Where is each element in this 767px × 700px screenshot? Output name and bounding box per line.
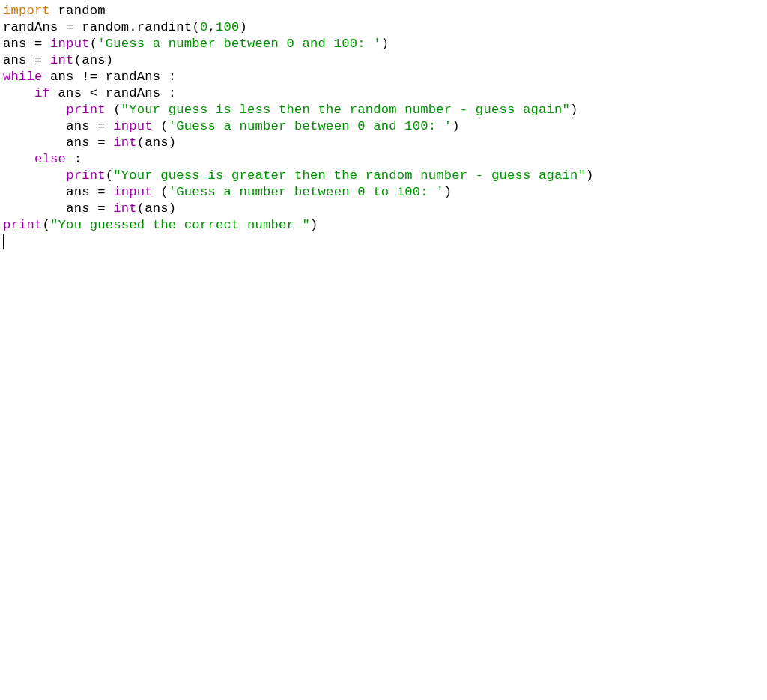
token-identifier: ans <box>82 53 106 67</box>
code-line: randAns = random.randint(0,100) <box>3 20 247 34</box>
token-punct: ( <box>153 185 169 199</box>
token-identifier: ans <box>3 53 34 67</box>
token-builtin: int <box>113 201 137 216</box>
token-string: "Your guess is less then the random numb… <box>121 103 570 117</box>
code-line: else : <box>3 152 82 166</box>
token-punct <box>3 168 66 183</box>
code-line: print ("Your guess is less then the rand… <box>3 103 578 117</box>
code-line: ans = int(ans) <box>3 201 176 216</box>
token-builtin: int <box>50 53 74 67</box>
token-punct <box>3 201 66 216</box>
code-line: print("You guessed the correct number ") <box>3 218 318 232</box>
token-punct: = <box>66 20 82 34</box>
code-line: ans = input ('Guess a number between 0 t… <box>3 185 452 199</box>
token-punct: ) <box>239 20 247 34</box>
cursor <box>3 234 4 249</box>
token-punct: . <box>129 20 137 34</box>
token-identifier: ans <box>66 136 97 150</box>
token-builtin: print <box>66 103 106 117</box>
token-punct: : <box>169 86 177 100</box>
token-punct: ( <box>137 201 145 216</box>
token-builtin: print <box>66 168 106 183</box>
token-identifier: ans <box>50 86 90 100</box>
code-line: while ans != randAns : <box>3 70 176 84</box>
token-string: 'Guess a number between 0 and 100: ' <box>169 119 452 133</box>
token-builtin: print <box>3 218 43 232</box>
token-punct: ) <box>452 119 460 133</box>
token-punct <box>3 86 34 100</box>
token-punct <box>3 119 66 133</box>
token-identifier: randAns <box>3 20 66 34</box>
code-line: ans = input('Guess a number between 0 an… <box>3 37 389 51</box>
token-string: "Your guess is greater then the random n… <box>113 168 586 183</box>
token-identifier: randint <box>137 20 192 34</box>
token-identifier: ans <box>66 185 97 199</box>
token-punct: : <box>66 152 82 166</box>
token-punct: ) <box>381 37 389 51</box>
token-punct <box>3 185 66 199</box>
token-punct: = <box>97 136 113 150</box>
token-identifier: ans <box>145 201 169 216</box>
token-string: 'Guess a number between 0 to 100: ' <box>169 185 444 199</box>
token-identifier: randAns <box>106 70 169 84</box>
code-line: print("Your guess is greater then the ra… <box>3 168 594 183</box>
token-punct: ) <box>570 103 578 117</box>
code-line: import random <box>3 4 106 18</box>
token-builtin: input <box>113 185 153 199</box>
token-number: 100 <box>216 20 240 34</box>
token-keyword_flow: if <box>34 86 50 100</box>
token-identifier: ans <box>145 136 169 150</box>
token-punct: ( <box>74 53 82 67</box>
token-string: 'Guess a number between 0 and 100: ' <box>97 37 381 51</box>
token-punct: : <box>169 70 177 84</box>
code-line: ans = int(ans) <box>3 136 176 150</box>
code-editor[interactable]: import random randAns = random.randint(0… <box>0 0 767 250</box>
token-keyword_flow: while <box>3 70 43 84</box>
token-number: 0 <box>200 20 208 34</box>
token-punct: = <box>97 119 113 133</box>
token-punct: ) <box>310 218 318 232</box>
token-punct: , <box>207 20 216 34</box>
token-keyword_import: import <box>3 4 50 18</box>
token-punct: < <box>90 86 106 100</box>
code-line: if ans < randAns : <box>3 86 176 100</box>
token-identifier: random <box>82 20 129 34</box>
token-builtin: input <box>50 37 90 51</box>
token-punct: ( <box>137 136 145 150</box>
token-punct: != <box>82 70 106 84</box>
code-line: ans = input ('Guess a number between 0 a… <box>3 119 460 133</box>
token-punct: ) <box>169 201 177 216</box>
token-identifier: ans <box>66 201 97 216</box>
token-identifier: ans <box>3 37 34 51</box>
token-keyword_flow: else <box>34 152 66 166</box>
token-punct: = <box>34 53 50 67</box>
token-punct: ( <box>43 218 51 232</box>
token-identifier: random <box>50 4 106 18</box>
token-string: "You guessed the correct number " <box>50 218 310 232</box>
token-builtin: input <box>113 119 153 133</box>
token-punct: ( <box>192 20 200 34</box>
code-line: ans = int(ans) <box>3 53 113 67</box>
token-punct: ) <box>586 168 594 183</box>
token-punct <box>3 152 34 166</box>
token-punct: = <box>34 37 50 51</box>
token-identifier: ans <box>66 119 97 133</box>
token-identifier: randAns <box>106 86 169 100</box>
token-punct: ( <box>106 168 114 183</box>
token-builtin: int <box>113 136 137 150</box>
token-identifier: ans <box>43 70 82 84</box>
token-punct <box>3 103 66 117</box>
token-punct: ) <box>444 185 452 199</box>
token-punct: ( <box>106 103 121 117</box>
token-punct: ( <box>153 119 169 133</box>
token-punct: ( <box>90 37 98 51</box>
token-punct: ) <box>106 53 114 67</box>
token-punct: = <box>97 185 113 199</box>
token-punct: = <box>97 201 113 216</box>
token-punct: ) <box>169 136 177 150</box>
token-punct <box>3 136 66 150</box>
